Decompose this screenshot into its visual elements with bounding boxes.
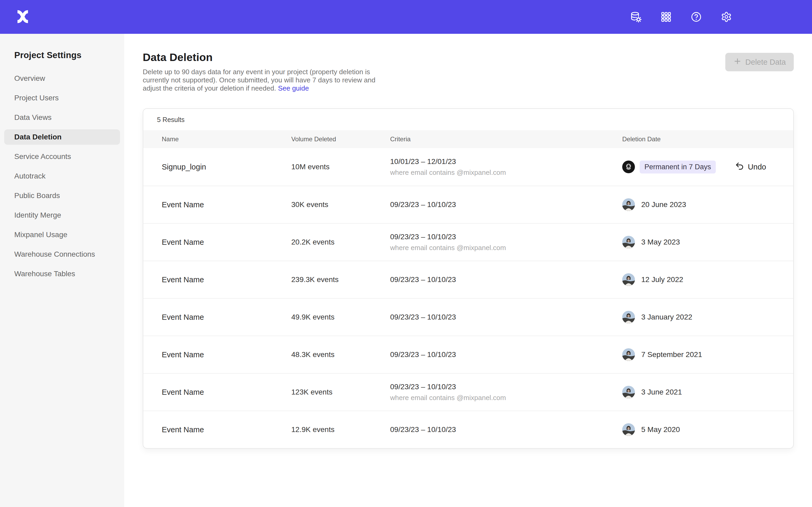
deletion-date: 3 May 2023 [641,238,680,246]
column-header-deletion-date: Deletion Date [622,135,793,143]
sidebar-item-mixpanel-usage[interactable]: Mixpanel Usage [4,227,120,242]
row-criteria: 09/23/23 – 10/10/23 [390,201,622,209]
topbar-icon-group [629,11,733,23]
row-name: Event Name [162,313,291,322]
row-name: Event Name [162,426,291,434]
row-deletion-date-cell: 3 May 2023 [622,236,793,248]
table-body: Signup_login 10M events 10/01/23 – 12/01… [143,148,793,448]
table-row: Event Name 12.9K events 09/23/23 – 10/10… [143,411,793,448]
row-criteria: 09/23/23 – 10/10/23 [390,313,622,321]
table-row: Event Name 48.3K events 09/23/23 – 10/10… [143,336,793,373]
user-avatar [622,386,635,398]
row-deletion-date-cell: 5 May 2020 [622,423,793,436]
row-name: Event Name [162,350,291,359]
sidebar-item-warehouse-tables[interactable]: Warehouse Tables [4,266,120,281]
sidebar-item-overview[interactable]: Overview [4,71,120,86]
sidebar-item-autotrack[interactable]: Autotrack [4,168,120,184]
row-criteria-range: 09/23/23 – 10/10/23 [390,233,622,241]
row-criteria: 09/23/23 – 10/10/23 where email contains… [390,383,622,402]
page-title-block: Data Deletion Delete up to 90 days data … [143,51,382,93]
sidebar-item-service-accounts[interactable]: Service Accounts [4,149,120,164]
row-volume: 49.9K events [291,313,390,321]
sidebar-nav: OverviewProject UsersData ViewsData Dele… [0,71,124,281]
sidebar-item-project-users[interactable]: Project Users [4,90,120,106]
row-volume: 20.2K events [291,238,390,246]
deletion-date: 7 September 2021 [641,350,702,359]
sidebar-item-data-views[interactable]: Data Views [4,110,120,125]
mixpanel-logo[interactable] [15,9,31,25]
row-name: Event Name [162,238,291,247]
row-criteria-range: 09/23/23 – 10/10/23 [390,426,622,434]
row-volume: 12.9K events [291,426,390,434]
table-header-row: Name Volume Deleted Criteria Deletion Da… [143,130,793,148]
row-criteria: 09/23/23 – 10/10/23 where email contains… [390,233,622,252]
settings-gear-icon[interactable] [720,11,733,23]
row-criteria-filter: where email contains @mixpanel.com [390,168,622,177]
row-criteria-range: 09/23/23 – 10/10/23 [390,201,622,209]
deletion-date: 20 June 2023 [641,201,686,209]
top-navigation-bar [0,0,812,34]
undo-icon [735,161,744,173]
row-deletion-date-cell: 3 January 2022 [622,311,793,324]
row-name: Signup_login [162,163,291,171]
row-volume: 48.3K events [291,350,390,359]
user-avatar [622,236,635,248]
row-criteria-range: 09/23/23 – 10/10/23 [390,275,622,284]
apps-grid-icon[interactable] [660,11,672,23]
row-criteria-range: 09/23/23 – 10/10/23 [390,350,622,359]
row-criteria-filter: where email contains @mixpanel.com [390,244,622,252]
row-deletion-date-cell: 20 June 2023 [622,198,793,211]
page-description: Delete up to 90 days data for any event … [143,68,382,93]
deletion-date: 12 July 2022 [641,275,683,284]
row-criteria-filter: where email contains @mixpanel.com [390,394,622,402]
sidebar-item-data-deletion[interactable]: Data Deletion [4,129,120,145]
row-deletion-date-cell: 7 September 2021 [622,348,793,361]
row-deletion-date-cell: 3 June 2021 [622,386,793,398]
row-criteria-range: 09/23/23 – 10/10/23 [390,383,622,391]
results-count: 5 Results [143,109,793,130]
main-content: Data Deletion Delete up to 90 days data … [124,34,812,507]
row-volume: 30K events [291,201,390,209]
delete-data-button-label: Delete Data [745,58,786,66]
data-settings-icon[interactable] [629,11,642,23]
project-settings-sidebar: Project Settings OverviewProject UsersDa… [0,34,124,507]
requester-avatar [622,161,635,173]
mixpanel-x-logo-icon [15,9,30,25]
table-row: Event Name 239.3K events 09/23/23 – 10/1… [143,261,793,298]
row-name: Event Name [162,201,291,209]
undo-label: Undo [748,163,766,171]
deletion-date: 5 May 2020 [641,426,680,434]
row-criteria-range: 10/01/23 – 12/01/23 [390,157,622,166]
row-criteria: 10/01/23 – 12/01/23 where email contains… [390,157,622,177]
sidebar-heading: Project Settings [0,50,124,60]
user-avatar [622,423,635,436]
deletion-date: 3 June 2021 [641,388,682,396]
user-avatar [622,311,635,324]
plus-icon [733,57,742,67]
sidebar-item-identity-merge[interactable]: Identity Merge [4,208,120,223]
table-row: Event Name 20.2K events 09/23/23 – 10/10… [143,223,793,261]
help-icon[interactable] [690,11,703,23]
column-header-volume-deleted: Volume Deleted [291,135,390,143]
see-guide-link[interactable]: See guide [278,84,309,92]
row-criteria: 09/23/23 – 10/10/23 [390,426,622,434]
deletion-table-card: 5 Results Name Volume Deleted Criteria D… [143,108,794,449]
row-criteria: 09/23/23 – 10/10/23 [390,275,622,284]
column-header-criteria: Criteria [390,135,622,143]
user-avatar [622,273,635,286]
row-criteria: 09/23/23 – 10/10/23 [390,350,622,359]
row-name: Event Name [162,275,291,284]
delete-data-button[interactable]: Delete Data [725,53,794,71]
undo-button[interactable]: Undo [735,161,766,173]
sidebar-item-warehouse-connections[interactable]: Warehouse Connections [4,247,120,262]
row-deletion-date-cell: Permanent in 7 Days Undo [622,161,793,173]
table-row: Event Name 30K events 09/23/23 – 10/10/2… [143,186,793,223]
row-volume: 239.3K events [291,275,390,284]
column-header-name: Name [162,135,291,143]
page-title: Data Deletion [143,51,382,64]
sidebar-item-public-boards[interactable]: Public Boards [4,188,120,203]
row-name: Event Name [162,388,291,397]
status-badge: Permanent in 7 Days [640,161,716,173]
table-row: Signup_login 10M events 10/01/23 – 12/01… [143,148,793,186]
user-avatar [622,348,635,361]
